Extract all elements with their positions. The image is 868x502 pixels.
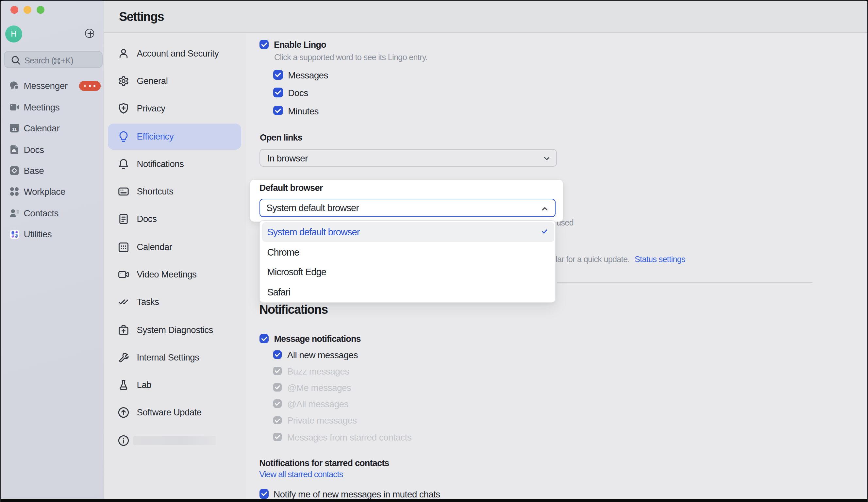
svg-text:11: 11 — [12, 127, 17, 132]
